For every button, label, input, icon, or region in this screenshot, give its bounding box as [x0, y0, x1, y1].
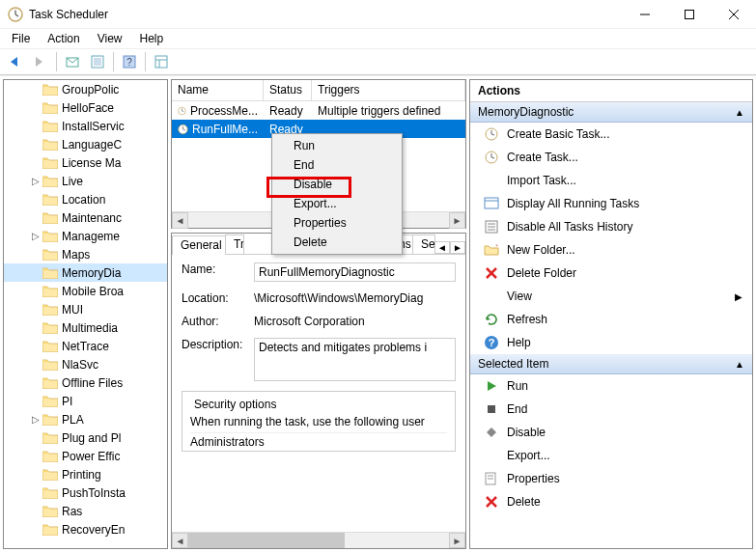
action-display[interactable]: Display All Running Tasks: [470, 192, 752, 215]
actions-section-header-2[interactable]: Selected Item ▲: [470, 354, 752, 374]
tree-item[interactable]: Ras: [4, 502, 167, 520]
expand-icon[interactable]: ▷: [29, 176, 42, 186]
actions-section-header[interactable]: MemoryDiagnostic ▲: [470, 102, 752, 123]
maximize-button[interactable]: [667, 0, 712, 29]
scroll-thumb[interactable]: [188, 533, 345, 548]
expand-icon[interactable]: ▷: [29, 414, 42, 425]
menu-help[interactable]: Help: [132, 30, 172, 47]
menu-file[interactable]: File: [4, 30, 38, 47]
back-button[interactable]: [4, 51, 27, 72]
action-import[interactable]: Import Task...: [470, 169, 752, 192]
context-delete[interactable]: Delete: [274, 233, 400, 252]
tree-item[interactable]: ▷Live: [4, 172, 167, 190]
context-properties[interactable]: Properties: [274, 213, 400, 233]
tree-item[interactable]: InstallServic: [4, 117, 167, 135]
tree-list[interactable]: GroupPolicHelloFaceInstallServicLanguage…: [4, 80, 167, 548]
tree-item[interactable]: ▷PLA: [4, 410, 167, 428]
tree-item-label: HelloFace: [62, 101, 114, 115]
context-run[interactable]: Run: [274, 136, 400, 155]
tree-item[interactable]: NetTrace: [4, 337, 167, 355]
tree-item[interactable]: ▷Manageme: [4, 227, 167, 245]
action-view[interactable]: View▶: [470, 285, 752, 308]
scroll-left-icon[interactable]: ◄: [172, 212, 188, 229]
description-field[interactable]: [254, 338, 456, 381]
tab-general[interactable]: General: [172, 235, 226, 255]
tree-item[interactable]: Power Effic: [4, 447, 167, 465]
tree-item[interactable]: MUI: [4, 300, 167, 318]
security-user: Administrators: [190, 432, 447, 449]
svg-text:?: ?: [126, 57, 132, 68]
tree-item-label: Multimedia: [62, 321, 118, 335]
action-label: Refresh: [507, 313, 547, 326]
expand-icon[interactable]: ▷: [29, 231, 42, 241]
col-name[interactable]: Name: [172, 80, 264, 100]
tree-item[interactable]: PI: [4, 392, 167, 410]
help-button[interactable]: ?: [118, 51, 141, 72]
action-disable[interactable]: Disable: [470, 421, 752, 444]
tree-item[interactable]: Mobile Broa: [4, 282, 167, 300]
tree-item[interactable]: Multimedia: [4, 318, 167, 337]
action-export[interactable]: Export...: [470, 444, 752, 467]
details-hscroll[interactable]: ◄ ►: [172, 532, 465, 548]
tree-item-label: MemoryDia: [62, 266, 121, 280]
tree-item-label: NlaSvc: [62, 358, 98, 372]
action-properties[interactable]: Properties: [470, 467, 752, 490]
scroll-right-icon[interactable]: ►: [449, 533, 465, 548]
context-export[interactable]: Export...: [274, 194, 400, 213]
toolbar-btn-3[interactable]: [150, 51, 173, 72]
disable-icon: [484, 425, 499, 440]
tree-item[interactable]: HelloFace: [4, 98, 167, 117]
tree-item[interactable]: LanguageC: [4, 135, 167, 153]
tree-item[interactable]: MemoryDia: [4, 263, 167, 282]
tree-item-label: PLA: [62, 413, 84, 427]
action-new-folder[interactable]: *New Folder...: [470, 238, 752, 262]
close-button[interactable]: [712, 0, 756, 29]
task-row[interactable]: ProcessMe...ReadyMultiple triggers defin…: [172, 101, 465, 120]
tree-item[interactable]: GroupPolic: [4, 80, 167, 98]
name-field[interactable]: [254, 262, 456, 282]
tree-item[interactable]: NlaSvc: [4, 355, 167, 373]
task-details: General Tr ns Se ◄ ► Name: Location: \Mi…: [171, 233, 466, 549]
scroll-left-icon[interactable]: ◄: [172, 533, 188, 548]
tree-item[interactable]: PushToInsta: [4, 483, 167, 502]
tree-item[interactable]: RecoveryEn: [4, 520, 167, 538]
action-end[interactable]: End: [470, 398, 752, 421]
context-disable[interactable]: Disable: [274, 175, 400, 194]
col-status[interactable]: Status: [264, 80, 312, 100]
tab-partial-2[interactable]: Se: [412, 235, 435, 254]
name-label: Name:: [182, 262, 254, 276]
tree-item[interactable]: Maintenanc: [4, 208, 167, 227]
action-delete-folder[interactable]: Delete Folder: [470, 262, 752, 285]
scroll-right-icon[interactable]: ►: [449, 212, 465, 229]
tree-item-label: Plug and Pl: [62, 431, 121, 445]
svg-rect-27: [485, 198, 498, 208]
toolbar-btn-2[interactable]: [86, 51, 109, 72]
tabs-scroll-left[interactable]: ◄: [434, 241, 450, 254]
action-run[interactable]: Run: [470, 374, 752, 398]
location-value: \Microsoft\Windows\MemoryDiag: [254, 291, 456, 305]
action-create[interactable]: Create Task...: [470, 146, 752, 169]
scroll-track[interactable]: [188, 533, 449, 548]
tree-item[interactable]: Plug and Pl: [4, 428, 167, 447]
action-delete[interactable]: Delete: [470, 490, 752, 513]
context-end[interactable]: End: [274, 155, 400, 175]
tree-item[interactable]: Offline Files: [4, 373, 167, 392]
action-refresh[interactable]: Refresh: [470, 308, 752, 331]
action-label: Disable: [507, 426, 546, 439]
menu-action[interactable]: Action: [40, 30, 87, 47]
toolbar-btn-1[interactable]: [61, 51, 84, 72]
view-icon: [484, 289, 499, 304]
action-help[interactable]: ?Help: [470, 331, 752, 354]
tree-item[interactable]: License Ma: [4, 153, 167, 172]
action-disable-hist[interactable]: Disable All Tasks History: [470, 215, 752, 238]
menu-view[interactable]: View: [90, 30, 130, 47]
tree-item[interactable]: Location: [4, 190, 167, 208]
col-triggers[interactable]: Triggers: [312, 80, 465, 100]
action-create-basic[interactable]: Create Basic Task...: [470, 123, 752, 146]
minimize-button[interactable]: [623, 0, 667, 29]
tree-item[interactable]: Printing: [4, 465, 167, 483]
tab-triggers[interactable]: Tr: [225, 235, 244, 254]
forward-button[interactable]: [29, 51, 52, 72]
tabs-scroll-right[interactable]: ►: [450, 241, 465, 254]
tree-item[interactable]: Maps: [4, 245, 167, 263]
